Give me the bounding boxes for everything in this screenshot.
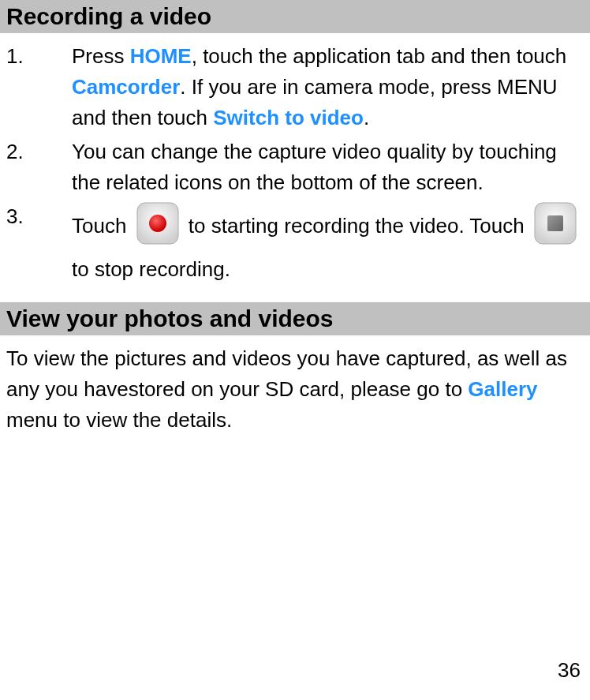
svg-rect-3: [547, 215, 563, 231]
stop-icon: [533, 201, 577, 254]
camcorder-keyword: Camcorder: [72, 75, 180, 99]
record-icon: [136, 201, 180, 254]
text-part: Press: [72, 44, 130, 68]
list-text: Touch: [65, 201, 590, 285]
gallery-keyword: Gallery: [468, 377, 537, 401]
recording-title: Recording a video: [6, 3, 211, 29]
section-header-view: View your photos and videos: [0, 302, 590, 335]
list-item: 2. You can change the capture video qual…: [6, 137, 590, 198]
list-number: 3.: [6, 201, 65, 285]
text-part: .: [364, 106, 369, 129]
text-part: to stop recording.: [72, 257, 230, 281]
home-keyword: HOME: [130, 44, 192, 68]
text-part: to starting recording the video. Touch: [189, 214, 525, 238]
svg-point-1: [149, 215, 166, 232]
text-part: , touch the application tab and then tou…: [192, 44, 567, 68]
switch-keyword: Switch to video: [213, 106, 364, 129]
list-item: 1. Press HOME, touch the application tab…: [6, 41, 590, 133]
recording-list: 1. Press HOME, touch the application tab…: [0, 41, 590, 285]
list-text: You can change the capture video quality…: [65, 137, 590, 198]
list-item: 3. Touch: [6, 201, 590, 285]
list-number: 2.: [6, 137, 65, 198]
list-number: 1.: [6, 41, 65, 133]
list-text: Press HOME, touch the application tab an…: [65, 41, 590, 133]
view-body: To view the pictures and videos you have…: [0, 343, 590, 436]
page-number: 36: [558, 658, 581, 683]
section-header-recording: Recording a video: [0, 0, 590, 33]
text-part: menu to view the details.: [6, 408, 232, 432]
text-part: Touch: [72, 214, 133, 238]
view-title: View your photos and videos: [6, 305, 334, 331]
